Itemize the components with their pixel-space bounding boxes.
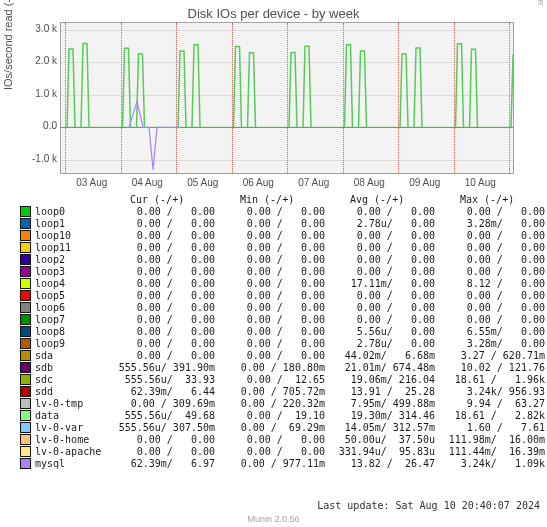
legend-max: 3.24k/ 1.09k xyxy=(435,458,545,470)
legend-cur: 555.56u/ 307.50m xyxy=(105,422,215,434)
legend-max: 8.12 / 0.00 xyxy=(435,278,545,290)
legend-max: 6.55m/ 0.00 xyxy=(435,326,545,338)
legend-swatch xyxy=(20,314,31,325)
legend-max: 0.00 / 0.00 xyxy=(435,302,545,314)
legend-max: 18.61 / 2.82k xyxy=(435,410,545,422)
y-tick-label: -1.0 k xyxy=(17,153,57,164)
legend-cur: 0.00 / 309.69m xyxy=(105,398,215,410)
legend-series-name: loop2 xyxy=(35,254,105,266)
legend-col-min: Min (-/+) xyxy=(240,194,294,205)
legend-col-cur: Cur (-/+) xyxy=(130,194,184,205)
legend-max: 3.28m/ 0.00 xyxy=(435,338,545,350)
legend-max: 0.00 / 0.00 xyxy=(435,314,545,326)
legend-swatch xyxy=(20,230,31,241)
munin-version: Munin 2.0.56 xyxy=(0,514,547,524)
legend-cur: 0.00 / 0.00 xyxy=(105,326,215,338)
legend-swatch xyxy=(20,266,31,277)
legend-min: 0.00 / 0.00 xyxy=(215,326,325,338)
legend-cur: 0.00 / 0.00 xyxy=(105,350,215,362)
legend-row: sdd62.39m/ 6.440.00 / 705.72m13.91 / 25.… xyxy=(20,386,545,398)
legend-cur: 555.56u/ 33.93 xyxy=(105,374,215,386)
legend-cur: 62.39m/ 6.44 xyxy=(105,386,215,398)
legend-series-name: data xyxy=(35,410,105,422)
y-tick-label: 1.0 k xyxy=(17,88,57,99)
legend-min: 0.00 / 180.80m xyxy=(215,362,325,374)
legend-min: 0.00 / 0.00 xyxy=(215,254,325,266)
legend-series-name: loop3 xyxy=(35,266,105,278)
legend-series-name: loop0 xyxy=(35,206,105,218)
legend-cur: 0.00 / 0.00 xyxy=(105,230,215,242)
y-axis-label: IOs/second read (-) / write (+) xyxy=(2,0,14,90)
legend-max: 111.98m/ 16.00m xyxy=(435,434,545,446)
legend-min: 0.00 / 69.29m xyxy=(215,422,325,434)
legend-min: 0.00 / 19.10 xyxy=(215,410,325,422)
legend-cur: 555.56u/ 49.68 xyxy=(105,410,215,422)
legend-avg: 0.00 / 0.00 xyxy=(325,230,435,242)
legend-avg: 0.00 / 0.00 xyxy=(325,206,435,218)
x-tick-label: 04 Aug xyxy=(132,177,163,188)
legend-min: 0.00 / 0.00 xyxy=(215,446,325,458)
legend-row: loop80.00 / 0.000.00 / 0.005.56u/ 0.006.… xyxy=(20,326,545,338)
legend-series-name: lv-0-apache xyxy=(35,446,105,458)
legend-min: 0.00 / 0.00 xyxy=(215,230,325,242)
legend-avg: 13.82 / 26.47 xyxy=(325,458,435,470)
legend-row: loop00.00 / 0.000.00 / 0.000.00 / 0.000.… xyxy=(20,206,545,218)
legend-swatch xyxy=(20,458,31,469)
legend-row: data555.56u/ 49.680.00 / 19.1019.30m/ 31… xyxy=(20,410,545,422)
legend-row: lv-0-home0.00 / 0.000.00 / 0.0050.00u/ 3… xyxy=(20,434,545,446)
legend-row: loop20.00 / 0.000.00 / 0.000.00 / 0.000.… xyxy=(20,254,545,266)
legend-series-name: lv-0-var xyxy=(35,422,105,434)
y-tick-label: 0.0 xyxy=(17,120,57,131)
legend-row: sdb555.56u/ 391.90m0.00 / 180.80m21.01m/… xyxy=(20,362,545,374)
legend-series-name: loop8 xyxy=(35,326,105,338)
legend-avg: 19.30m/ 314.46 xyxy=(325,410,435,422)
legend-avg: 0.00 / 0.00 xyxy=(325,254,435,266)
legend-col-max: Max (-/+) xyxy=(460,194,514,205)
legend-row: lv-0-tmp0.00 / 309.69m0.00 / 220.32m7.95… xyxy=(20,398,545,410)
legend-avg: 50.00u/ 37.50u xyxy=(325,434,435,446)
legend-series-name: lv-0-home xyxy=(35,434,105,446)
legend-max: 0.00 / 0.00 xyxy=(435,266,545,278)
legend-row: loop30.00 / 0.000.00 / 0.000.00 / 0.000.… xyxy=(20,266,545,278)
legend-row: mysql62.39m/ 6.970.00 / 977.11m13.82 / 2… xyxy=(20,458,545,470)
legend-cur: 0.00 / 0.00 xyxy=(105,302,215,314)
chart-title: Disk IOs per device - by week xyxy=(0,6,547,21)
legend-swatch xyxy=(20,218,31,229)
legend-cur: 555.56u/ 391.90m xyxy=(105,362,215,374)
legend-min: 0.00 / 0.00 xyxy=(215,266,325,278)
legend-min: 0.00 / 0.00 xyxy=(215,434,325,446)
legend-series-name: sdb xyxy=(35,362,105,374)
legend-min: 0.00 / 12.65 xyxy=(215,374,325,386)
legend-cur: 0.00 / 0.00 xyxy=(105,434,215,446)
legend-avg: 2.78u/ 0.00 xyxy=(325,218,435,230)
legend-row: loop10.00 / 0.000.00 / 0.002.78u/ 0.003.… xyxy=(20,218,545,230)
legend-row: loop100.00 / 0.000.00 / 0.000.00 / 0.000… xyxy=(20,230,545,242)
x-tick-label: 08 Aug xyxy=(354,177,385,188)
legend-row: loop50.00 / 0.000.00 / 0.000.00 / 0.000.… xyxy=(20,290,545,302)
legend-avg: 331.94u/ 95.83u xyxy=(325,446,435,458)
legend-series-name: loop4 xyxy=(35,278,105,290)
legend-row: loop60.00 / 0.000.00 / 0.000.00 / 0.000.… xyxy=(20,302,545,314)
legend-series-name: sdc xyxy=(35,374,105,386)
legend-row: loop110.00 / 0.000.00 / 0.000.00 / 0.000… xyxy=(20,242,545,254)
legend-cur: 0.00 / 0.00 xyxy=(105,242,215,254)
legend-series-name: sda xyxy=(35,350,105,362)
legend-swatch xyxy=(20,398,31,409)
legend-cur: 0.00 / 0.00 xyxy=(105,314,215,326)
legend-swatch xyxy=(20,350,31,361)
legend-max: 10.02 / 121.76 xyxy=(435,362,545,374)
legend-row: lv-0-var555.56u/ 307.50m0.00 / 69.29m14.… xyxy=(20,422,545,434)
legend-cur: 0.00 / 0.00 xyxy=(105,446,215,458)
rrdtool-watermark: RRDTOOL / TOBI OETIKER xyxy=(536,0,545,6)
legend-avg: 7.95m/ 499.88m xyxy=(325,398,435,410)
legend-avg: 17.11m/ 0.00 xyxy=(325,278,435,290)
legend-max: 3.28m/ 0.00 xyxy=(435,218,545,230)
legend-min: 0.00 / 0.00 xyxy=(215,350,325,362)
legend-max: 1.60 / 7.61 xyxy=(435,422,545,434)
legend-swatch xyxy=(20,422,31,433)
legend-row: sdc555.56u/ 33.930.00 / 12.6519.06m/ 216… xyxy=(20,374,545,386)
legend-max: 0.00 / 0.00 xyxy=(435,254,545,266)
legend-cur: 0.00 / 0.00 xyxy=(105,278,215,290)
legend-max: 3.27 / 620.71m xyxy=(435,350,545,362)
legend-series-name: loop5 xyxy=(35,290,105,302)
